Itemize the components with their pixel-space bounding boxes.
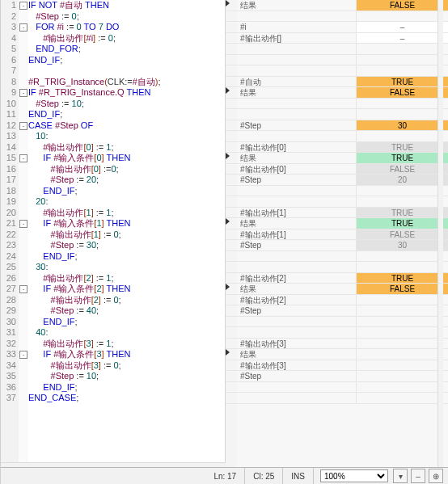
monitor-row[interactable]: 结果 (237, 349, 448, 360)
monitor-row[interactable]: 结果TRUE (237, 218, 448, 229)
code-line[interactable]: END_IF; (28, 186, 225, 197)
monitor-row[interactable] (237, 131, 448, 142)
fold-toggle (19, 295, 28, 306)
fold-toggle[interactable]: - (19, 349, 28, 360)
fold-toggle[interactable]: - (19, 153, 28, 164)
monitor-marker[interactable] (226, 0, 237, 11)
code-line[interactable]: END_IF; (28, 382, 225, 394)
monitor-marker[interactable] (226, 87, 237, 99)
monitor-row[interactable] (237, 99, 448, 110)
code-pane[interactable]: 1234567891011121314151617181920212223242… (1, 0, 226, 468)
fold-toggle[interactable]: - (19, 87, 28, 99)
code-line[interactable]: 20: (28, 196, 225, 208)
monitor-row[interactable]: #Step (237, 371, 448, 382)
code-line[interactable]: IF #输入条件[1] THEN (28, 218, 225, 229)
monitor-row[interactable] (237, 109, 448, 120)
monitor-row[interactable]: #Step (237, 305, 448, 317)
monitor-row[interactable]: #输出动作[1]TRUE (237, 208, 448, 219)
monitor-row[interactable]: #输出动作[1]FALSE (237, 229, 448, 241)
monitor-row[interactable]: #输出动作[]– (237, 33, 448, 44)
zoom-out-button[interactable]: – (411, 469, 425, 483)
monitor-row[interactable] (237, 327, 448, 339)
monitor-row[interactable]: #自动TRUE (237, 77, 448, 88)
code-line[interactable]: IF #输入条件[3] THEN (28, 349, 225, 360)
monitor-row[interactable] (237, 393, 448, 404)
monitor-row[interactable]: #Step20 (237, 175, 448, 186)
monitor-row[interactable] (237, 55, 448, 66)
monitor-row[interactable]: #输出动作[2]TRUE (237, 273, 448, 284)
monitor-row[interactable]: #输出动作[0]TRUE (237, 142, 448, 154)
code-line[interactable]: IF #输入条件[2] THEN (28, 284, 225, 295)
monitor-marker[interactable] (226, 218, 237, 229)
code-line[interactable]: END_IF; (28, 317, 225, 328)
code-line[interactable]: END_FOR; (28, 44, 225, 55)
fold-toggle[interactable]: - (19, 0, 28, 11)
fold-toggle[interactable]: - (19, 284, 28, 295)
monitor-row[interactable]: #输出动作[3] (237, 360, 448, 372)
code-line[interactable]: #输出动作[0] := 1; (28, 142, 225, 154)
code-line[interactable]: #输出动作[#i] := 0; (28, 33, 225, 44)
fold-toggle[interactable]: - (19, 218, 28, 229)
code-line[interactable]: #输出动作[2] := 1; (28, 273, 225, 284)
code-line[interactable]: #输出动作[1] := 0; (28, 229, 225, 241)
code-text-area[interactable]: IF NOT #自动 THEN #Step := 0; FOR #i := 0 … (28, 0, 225, 468)
monitor-row[interactable]: #i– (237, 22, 448, 33)
monitor-row[interactable]: 结果FALSE (237, 87, 448, 99)
code-line[interactable]: #输出动作[3] := 0; (28, 360, 225, 372)
monitor-marker[interactable] (226, 153, 237, 164)
code-line[interactable]: CASE #Step OF (28, 120, 225, 132)
monitor-row[interactable] (237, 251, 448, 263)
code-line[interactable]: IF #输入条件[0] THEN (28, 153, 225, 164)
zoom-select[interactable]: 100% (320, 469, 388, 482)
code-line[interactable]: IF NOT #自动 THEN (28, 0, 225, 11)
code-line[interactable]: END_CASE; (28, 393, 225, 404)
fold-gutter[interactable]: -------- (19, 0, 28, 468)
zoom-in-button[interactable]: ⊕ (429, 469, 443, 483)
code-line[interactable]: #Step := 20; (28, 175, 225, 186)
monitor-row[interactable]: 结果FALSE (237, 0, 448, 11)
code-line[interactable]: FOR #i := 0 TO 7 DO (28, 22, 225, 33)
code-line[interactable] (28, 65, 225, 77)
zoom-dropdown-button[interactable]: ▾ (393, 469, 408, 483)
code-line[interactable]: 40: (28, 327, 225, 339)
code-line[interactable]: 10: (28, 131, 225, 142)
code-line[interactable]: #输出动作[0] :=0; (28, 164, 225, 175)
monitor-row[interactable] (237, 44, 448, 55)
monitor-marker[interactable] (226, 349, 237, 360)
monitor-row[interactable]: 结果FALSE (237, 284, 448, 295)
monitor-row[interactable]: #输出动作[0]FALSE (237, 164, 448, 175)
monitor-row[interactable] (237, 382, 448, 394)
monitor-row[interactable] (237, 65, 448, 77)
monitor-row[interactable] (237, 186, 448, 197)
code-line[interactable]: END_IF; (28, 251, 225, 263)
code-line[interactable]: #R_TRIG_Instance(CLK:=#自动); (28, 77, 225, 88)
monitor-row[interactable] (237, 11, 448, 23)
variable-monitor-pane[interactable]: 结果FALSE#i–#输出动作[]–#自动TRUE结果FALSE#Step30#… (226, 0, 448, 468)
code-line[interactable]: END_IF; (28, 55, 225, 66)
monitor-row[interactable] (237, 196, 448, 208)
code-line[interactable]: #Step := 0; (28, 11, 225, 23)
monitor-row[interactable]: 结果TRUE (237, 153, 448, 164)
code-line[interactable]: 30: (28, 262, 225, 273)
fold-toggle[interactable]: - (19, 120, 28, 132)
line-number: 36 (1, 382, 16, 394)
monitor-row[interactable] (237, 317, 448, 328)
monitor-row[interactable]: #Step30 (237, 120, 448, 132)
code-line[interactable]: #Step := 10; (28, 99, 225, 110)
code-line[interactable]: #Step := 40; (28, 305, 225, 317)
code-line[interactable]: #Step := 30; (28, 240, 225, 251)
code-line[interactable]: END_IF; (28, 109, 225, 120)
monitor-marker[interactable] (226, 284, 237, 295)
monitor-row[interactable]: #输出动作[3] (237, 339, 448, 350)
code-line[interactable]: #输出动作[1] := 1; (28, 208, 225, 219)
code-line[interactable]: IF #R_TRIG_Instance.Q THEN (28, 87, 225, 99)
status-ins[interactable]: INS (283, 468, 314, 484)
fold-toggle[interactable]: - (19, 22, 28, 33)
code-line[interactable]: #输出动作[2] := 0; (28, 295, 225, 306)
vertical-scrollbar[interactable] (437, 0, 443, 468)
code-line[interactable]: #输出动作[3] := 1; (28, 339, 225, 350)
monitor-row[interactable] (237, 262, 448, 273)
monitor-row[interactable]: #输出动作[2] (237, 295, 448, 306)
code-line[interactable]: #Step := 10; (28, 371, 225, 382)
monitor-row[interactable]: #Step30 (237, 240, 448, 251)
